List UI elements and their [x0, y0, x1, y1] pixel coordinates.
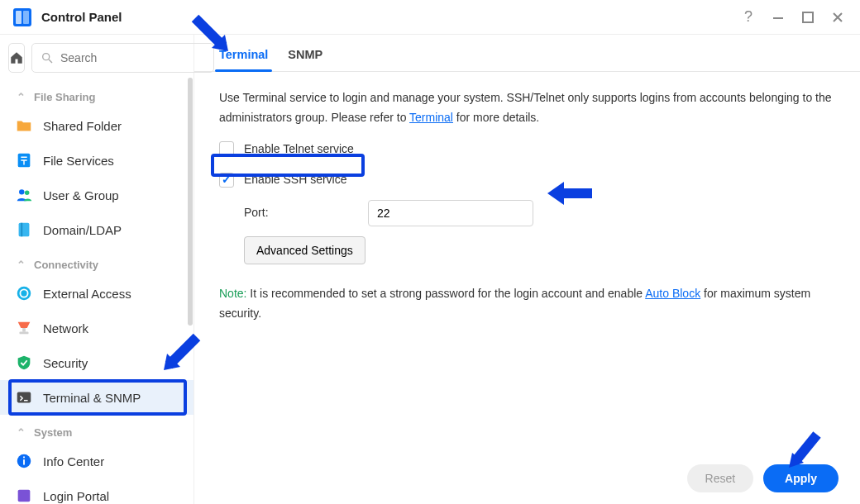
network-icon: [13, 317, 35, 339]
sidebar-item-label: File Services: [43, 154, 114, 168]
sidebar-item-label: Domain/LDAP: [43, 223, 122, 237]
telnet-checkbox-row: Enable Telnet service: [219, 140, 835, 159]
port-label: Port:: [244, 203, 368, 223]
svg-rect-4: [803, 12, 813, 22]
sidebar-item-label: Security: [43, 356, 88, 370]
enable-telnet-label: Enable Telnet service: [244, 140, 354, 159]
ssh-port-input[interactable]: [368, 200, 533, 226]
home-icon: [9, 50, 24, 65]
group-label: System: [34, 426, 72, 439]
sidebar-item-label: Network: [43, 321, 88, 335]
app-icon: [12, 7, 33, 28]
sidebar-item-label: Shared Folder: [43, 119, 122, 133]
svg-rect-2: [23, 11, 29, 24]
folder-icon: [13, 115, 35, 136]
description-text: Use Terminal service to login and manage…: [219, 88, 835, 128]
sidebar-item-login-portal[interactable]: Login Portal: [0, 478, 194, 504]
note-part: It is recommended to set a strong passwo…: [246, 287, 645, 300]
group-header-file-sharing[interactable]: ⌃ File Sharing: [0, 79, 194, 108]
svg-point-8: [25, 191, 29, 196]
search-input[interactable]: [60, 51, 205, 64]
chevron-up-icon: ⌃: [17, 426, 26, 439]
info-icon: [13, 450, 35, 472]
sidebar-item-shared-folder[interactable]: Shared Folder: [0, 108, 194, 143]
sidebar: ⌃ File Sharing Shared Folder File Servic…: [0, 35, 194, 504]
apply-button[interactable]: Apply: [763, 464, 838, 492]
tab-snmp[interactable]: SNMP: [288, 48, 322, 71]
chevron-up-icon: ⌃: [17, 259, 26, 271]
book-icon: [13, 219, 35, 240]
sidebar-item-label: Login Portal: [43, 489, 109, 503]
tabs: Terminal SNMP: [194, 35, 860, 72]
svg-rect-10: [21, 223, 22, 237]
auto-block-link[interactable]: Auto Block: [645, 287, 700, 300]
group-label: Connectivity: [34, 259, 98, 271]
search-field[interactable]: [31, 43, 214, 73]
note-text: Note: It is recommended to set a strong …: [219, 284, 835, 324]
group-label: File Sharing: [34, 91, 95, 103]
search-icon: [41, 51, 54, 64]
sidebar-item-label: Info Center: [43, 454, 104, 468]
enable-telnet-checkbox[interactable]: [219, 141, 234, 156]
note-label: Note:: [219, 287, 246, 300]
group-header-system[interactable]: ⌃ System: [0, 415, 194, 444]
chevron-up-icon: ⌃: [17, 91, 26, 103]
sidebar-item-label: Terminal & SNMP: [43, 391, 141, 405]
titlebar: Control Panel ?: [0, 0, 860, 35]
advanced-settings-button[interactable]: Advanced Settings: [244, 236, 366, 264]
svg-rect-9: [19, 223, 30, 237]
sidebar-item-user-group[interactable]: User & Group: [0, 178, 194, 212]
sidebar-item-external-access[interactable]: External Access: [0, 276, 194, 311]
tab-terminal[interactable]: Terminal: [219, 48, 268, 71]
main-panel: Terminal SNMP Use Terminal service to lo…: [194, 35, 860, 504]
portal-icon: [13, 485, 35, 504]
group-header-connectivity[interactable]: ⌃ Connectivity: [0, 247, 194, 276]
footer-buttons: Reset Apply: [687, 464, 838, 492]
reset-button[interactable]: Reset: [687, 464, 754, 492]
svg-point-7: [19, 189, 24, 194]
ssh-checkbox-row: Enable SSH service: [219, 170, 835, 190]
svg-rect-14: [17, 392, 31, 403]
home-button[interactable]: [8, 43, 25, 73]
sidebar-item-file-services[interactable]: File Services: [0, 143, 194, 178]
close-button[interactable]: [827, 7, 848, 28]
svg-rect-1: [16, 11, 22, 24]
maximize-button[interactable]: [797, 7, 819, 28]
port-row: Port:: [244, 200, 835, 226]
window-title: Control Panel: [41, 10, 122, 24]
desc-part: for more details.: [453, 111, 539, 124]
sidebar-item-label: User & Group: [43, 188, 119, 202]
svg-rect-3: [773, 17, 783, 19]
svg-rect-16: [23, 459, 25, 464]
link-icon: [13, 283, 35, 304]
enable-ssh-checkbox[interactable]: [219, 173, 234, 188]
enable-ssh-label: Enable SSH service: [244, 170, 347, 190]
sidebar-item-network[interactable]: Network: [0, 311, 194, 345]
svg-rect-12: [22, 328, 26, 332]
svg-rect-18: [18, 490, 31, 502]
sidebar-item-terminal-snmp[interactable]: Terminal & SNMP: [0, 380, 194, 415]
svg-point-5: [43, 54, 50, 60]
terminal-icon: [13, 387, 35, 408]
svg-rect-17: [23, 457, 25, 459]
sidebar-scroll[interactable]: ⌃ File Sharing Shared Folder File Servic…: [0, 79, 194, 504]
terminal-help-link[interactable]: Terminal: [409, 111, 453, 124]
users-icon: [13, 184, 35, 206]
scrollbar-thumb[interactable]: [188, 78, 193, 326]
svg-point-11: [17, 287, 31, 301]
sidebar-item-domain-ldap[interactable]: Domain/LDAP: [0, 212, 194, 247]
shield-icon: [13, 352, 35, 373]
svg-rect-13: [20, 332, 29, 335]
minimize-button[interactable]: [767, 7, 789, 28]
sidebar-item-info-center[interactable]: Info Center: [0, 444, 194, 478]
file-services-icon: [13, 150, 35, 171]
content: Use Terminal service to login and manage…: [194, 72, 860, 504]
sidebar-item-label: External Access: [43, 287, 131, 301]
sidebar-item-security[interactable]: Security: [0, 345, 194, 380]
help-button[interactable]: ?: [738, 7, 759, 28]
